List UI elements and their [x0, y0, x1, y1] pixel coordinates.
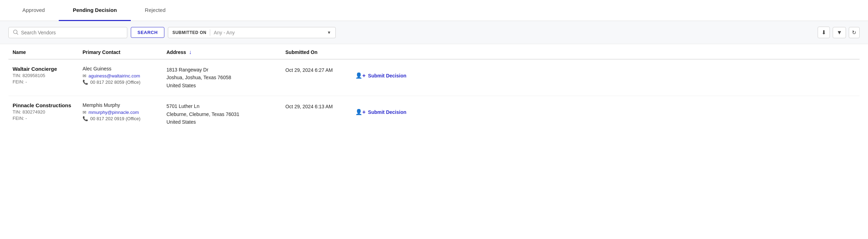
vendor-name-cell: Waltair Concierge TIN: 820958105 FEIN: - — [8, 59, 78, 96]
submitted-on-cell: Oct 29, 2024 6:27 AM — [281, 59, 351, 96]
submitted-on-filter: SUBMITTED ON Any - Any ▼ — [168, 27, 336, 38]
submit-decision-button[interactable]: 👤+ Submit Decision — [355, 66, 406, 79]
tab-pending-decision[interactable]: Pending Decision — [59, 0, 131, 21]
person-add-icon: 👤+ — [355, 109, 365, 115]
col-header-contact: Primary Contact — [78, 44, 162, 59]
table-row: Pinnacle Constructions TIN: 830274920 FE… — [8, 96, 860, 132]
vendors-table: Name Primary Contact Address ↓ Submitted… — [8, 44, 860, 132]
email-icon: ✉ — [83, 73, 86, 78]
col-header-submitted-on: Submitted On — [281, 44, 351, 59]
filter-button[interactable]: ▼ — [833, 27, 846, 38]
email-icon: ✉ — [83, 110, 86, 115]
contact-email-row: ✉ mmurphy@pinnacle.com — [83, 110, 158, 115]
address-cell: 1813 Rangeway Dr Joshua, Joshua, Texas 7… — [162, 59, 281, 96]
table-row: Waltair Concierge TIN: 820958105 FEIN: -… — [8, 59, 860, 96]
download-icon: ⬇ — [821, 29, 826, 36]
person-add-icon: 👤+ — [355, 72, 365, 79]
action-cell: 👤+ Submit Decision — [351, 59, 860, 96]
submitted-on-divider — [210, 29, 210, 36]
contact-cell: Memphis Murphy ✉ mmurphy@pinnacle.com 📞 … — [78, 96, 162, 132]
vendors-table-container: Name Primary Contact Address ↓ Submitted… — [0, 44, 868, 132]
col-header-action — [351, 44, 860, 59]
contact-phone-row: 📞 00 817 202 8059 (Office) — [83, 80, 158, 85]
submitted-on-label: SUBMITTED ON — [172, 30, 206, 35]
tab-bar: Approved Pending Decision Rejected — [0, 0, 868, 21]
action-cell: 👤+ Submit Decision — [351, 96, 860, 132]
contact-phone-row: 📞 00 817 202 0919 (Office) — [83, 116, 158, 121]
col-header-name: Name — [8, 44, 78, 59]
submitted-on-select[interactable]: Any - Any — [214, 30, 323, 35]
contact-email-link[interactable]: aguiness@waltairinc.com — [88, 73, 140, 78]
tab-rejected[interactable]: Rejected — [131, 0, 179, 21]
contact-email-link[interactable]: mmurphy@pinnacle.com — [88, 110, 139, 115]
search-icon — [13, 29, 18, 36]
toolbar: SEARCH SUBMITTED ON Any - Any ▼ ⬇ ▼ ↻ — [0, 21, 868, 44]
chevron-down-icon: ▼ — [327, 30, 331, 35]
contact-cell: Alec Guiness ✉ aguiness@waltairinc.com 📞… — [78, 59, 162, 96]
address-cell: 5701 Luther Ln Cleburne, Cleburne, Texas… — [162, 96, 281, 132]
refresh-icon: ↻ — [852, 29, 856, 36]
svg-line-1 — [17, 33, 18, 34]
vendor-name-cell: Pinnacle Constructions TIN: 830274920 FE… — [8, 96, 78, 132]
search-input[interactable] — [21, 30, 123, 35]
submit-decision-button[interactable]: 👤+ Submit Decision — [355, 102, 406, 115]
col-header-address: Address ↓ — [162, 44, 281, 59]
tab-approved[interactable]: Approved — [8, 0, 59, 21]
search-wrapper — [8, 27, 127, 38]
filter-icon: ▼ — [837, 29, 842, 36]
phone-icon: 📞 — [83, 80, 88, 85]
toolbar-right-actions: ⬇ ▼ ↻ — [818, 27, 860, 38]
download-button[interactable]: ⬇ — [818, 27, 830, 38]
contact-email-row: ✉ aguiness@waltairinc.com — [83, 73, 158, 78]
search-button[interactable]: SEARCH — [131, 27, 164, 38]
phone-icon: 📞 — [83, 116, 88, 121]
submitted-on-cell: Oct 29, 2024 6:13 AM — [281, 96, 351, 132]
sort-arrow-icon[interactable]: ↓ — [189, 49, 192, 55]
refresh-button[interactable]: ↻ — [849, 27, 860, 38]
